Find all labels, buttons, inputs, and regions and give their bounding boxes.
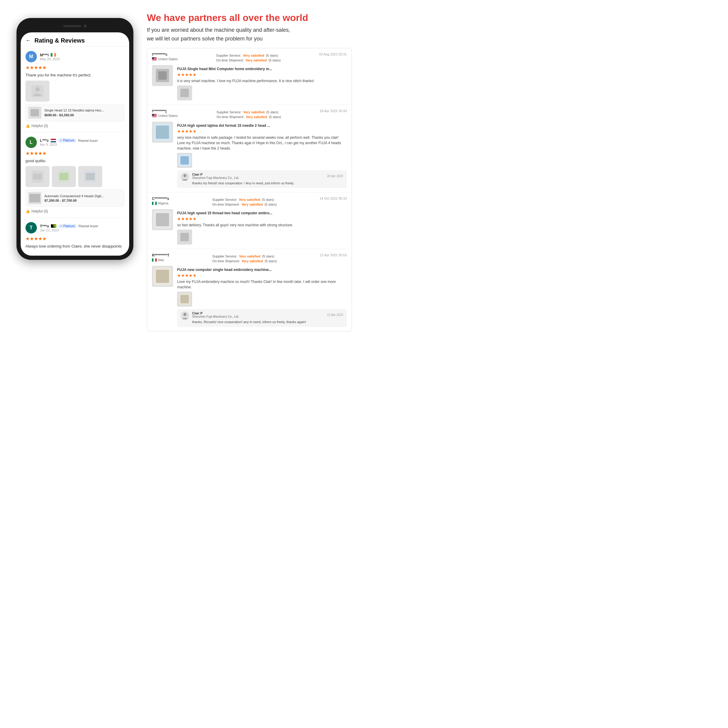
- ali-review-1: l*********c United States Supplier Servi…: [147, 48, 352, 105]
- ali-reply-name-4: Clair P: [192, 311, 239, 315]
- ali-product-title-2: FUJA high speed tajima dst format 15 nee…: [177, 124, 347, 128]
- svg-rect-3: [31, 109, 39, 116]
- reviewer-name-row-3: T***o ✓ Platinum Repeat buyer: [40, 224, 124, 228]
- ontime-label-3: On-time Shipment:: [212, 203, 240, 206]
- ali-review-text-4: Love my FUJA embroidery machine so much!…: [177, 279, 347, 290]
- svg-rect-16: [180, 89, 189, 97]
- product-info-1: Single Head 12 15 Needles tajima Hoo... …: [44, 108, 122, 116]
- ali-review-2: l*********j United States Supplier Servi…: [147, 105, 352, 193]
- ali-small-img-3[interactable]: [177, 229, 192, 245]
- ali-review-body-left-2: FUJA high speed tajima dst format 15 nee…: [177, 122, 347, 188]
- review-photo-2c[interactable]: [78, 166, 102, 187]
- review-card-3: T T***o ✓ Platinum Repeat buyer: [26, 218, 124, 255]
- ali-review-body-left-3: FUJA high speed 15 thread two head compu…: [177, 209, 347, 245]
- ali-reply-section-2: Clair P Shenzhen Fuja Machinery Co., Ltd…: [177, 170, 347, 188]
- ali-supplier-service-3: Supplier Service: Very satisfied (5 star…: [212, 198, 274, 202]
- ali-reply-company-4: Shenzhen Fuja Machinery Co., Ltd.: [192, 315, 239, 318]
- svg-rect-30: [180, 295, 189, 303]
- review-photo-1[interactable]: [26, 81, 49, 102]
- product-image-1: [28, 107, 41, 119]
- ali-review-body-2: FUJA high speed tajima dst format 15 nee…: [152, 122, 347, 188]
- product-card-1[interactable]: Single Head 12 15 Needles tajima Hoo... …: [26, 104, 124, 121]
- ali-small-img-1[interactable]: [177, 86, 192, 100]
- reviewer-name-row-2: L***z ✓ Platinum true Repeat buyer: [40, 138, 124, 143]
- ali-reply-date-4: 12 Apr 2022: [327, 313, 343, 317]
- phone-device: ← Rating & Reviews M M***i May 20, 2023: [17, 18, 133, 260]
- ali-review-3: C*********s Nigeria Supplier Service: Ve…: [147, 193, 352, 249]
- back-arrow-icon[interactable]: ←: [26, 37, 31, 44]
- svg-rect-5: [33, 174, 42, 179]
- flag-jamaica: [51, 224, 57, 228]
- review-card-2: L L***z ✓ Platinum true Repeat buyer: [26, 133, 124, 218]
- check-icon: ✓: [60, 139, 62, 142]
- supplier-service-val-1: Very satisfied: [243, 54, 265, 57]
- ali-supplier-service-2: Supplier Service: Very satisfied (5 star…: [217, 110, 278, 114]
- reviewer-name-row-1: M***i: [40, 53, 124, 57]
- ali-service-row-3: Supplier Service: Very satisfied (5 star…: [212, 198, 277, 202]
- ali-date-4: 12 Apr 2022 20:53: [320, 253, 347, 257]
- ali-product-title-4: FUJA new computer single head embroidery…: [177, 268, 347, 272]
- ali-reviewer-country-4: Italy: [152, 258, 169, 262]
- reviewer-name-2: L***z: [40, 138, 49, 143]
- ali-review-header-3: C*********s Nigeria Supplier Service: Ve…: [152, 197, 347, 207]
- ali-service-block-2: Supplier Service: Very satisfied (5 star…: [217, 109, 281, 120]
- reviewer-name-3: T***o: [40, 224, 49, 228]
- phone-notch: [55, 22, 95, 30]
- ali-product-thumb-1[interactable]: [152, 65, 173, 86]
- ali-service-block-4: Supplier Service: Very satisfied (5 star…: [213, 253, 277, 264]
- review-photo-2a[interactable]: [26, 166, 49, 187]
- ali-stars-3: ★★★★★: [177, 216, 347, 221]
- ali-product-thumb-4[interactable]: [152, 266, 173, 287]
- reviewer-info-1: M M***i May 20, 2023: [26, 51, 124, 62]
- product-card-2[interactable]: Automatic Computerized 4 Heads Digit... …: [26, 190, 124, 207]
- ali-product-title-1: FUJA Single head Mini Computer home embr…: [177, 67, 347, 71]
- ali-product-thumb-3[interactable]: [152, 209, 173, 230]
- helpful-section-2[interactable]: 👍 Helpful (0): [26, 209, 124, 213]
- supplier-service-label-3: Supplier Service:: [212, 198, 237, 202]
- ali-reviewer-name-3: C*********s: [152, 197, 169, 201]
- helpful-section-1[interactable]: 👍 Helpful (0): [26, 124, 124, 128]
- svg-rect-24: [156, 213, 169, 226]
- ali-small-img-4[interactable]: [177, 292, 192, 307]
- review-photo-2b[interactable]: [52, 166, 76, 187]
- stars-1: ★★★★★: [26, 65, 124, 70]
- ali-reply-company-2: Shenzhen Fuja Machinery Co., Ltd.: [192, 176, 239, 179]
- reviewer-info-3: T T***o ✓ Platinum Repeat buyer: [26, 222, 124, 234]
- supplier-service-val-4: Very satisfied: [239, 254, 260, 258]
- phone-speaker: [63, 25, 81, 27]
- product-image-2: [28, 192, 41, 204]
- review-card-1: M M***i May 20, 2023 ★★★★★ Thank you for…: [26, 47, 124, 133]
- ali-small-img-2[interactable]: [177, 153, 192, 168]
- ali-service-row-2: Supplier Service: Very satisfied (5 star…: [217, 110, 281, 114]
- ali-date-2: 28 Apr 2022 20:43: [320, 109, 347, 113]
- ontime-stars-2: (5 stars): [269, 115, 281, 119]
- supplier-service-stars-4: (5 stars): [262, 254, 274, 258]
- ali-ontime-4: On-time Shipment: Very satisfied (5 star…: [213, 259, 277, 263]
- flag-nigeria-3: [152, 202, 157, 205]
- review-text-1: Thank you for the machine it's perfect.: [26, 72, 124, 78]
- country-name-4: Italy: [158, 258, 164, 262]
- ali-service-row-4: Supplier Service: Very satisfied (5 star…: [213, 254, 277, 258]
- country-name-2: United States: [158, 114, 178, 118]
- ali-product-thumb-2[interactable]: [152, 122, 173, 143]
- ontime-val-3: Very satisfied: [242, 203, 263, 206]
- ali-supplier-service-1: Supplier Service: Very satisfied (5 star…: [216, 54, 278, 57]
- supplier-service-stars-1: (5 stars): [266, 54, 278, 57]
- ali-service-row-1: Supplier Service: Very satisfied (5 star…: [216, 54, 280, 57]
- supplier-service-label-1: Supplier Service:: [216, 54, 241, 57]
- ali-review-header-2: l*********j United States Supplier Servi…: [152, 109, 347, 120]
- svg-point-22: [184, 174, 187, 177]
- ali-review-body-left-4: FUJA new computer single head embroidery…: [177, 266, 347, 327]
- ali-service-block-1: Supplier Service: Very satisfied (5 star…: [216, 52, 280, 63]
- flag-italy-4: [152, 258, 157, 262]
- flag-us-1: [152, 57, 157, 61]
- ali-date-1: 03 Aug 2022 02:31: [319, 52, 347, 56]
- ali-reviewer-name-1: l*********c: [152, 52, 178, 57]
- review-images-1: [26, 81, 124, 102]
- ontime-stars-3: (5 stars): [265, 203, 277, 206]
- ali-review-text-2: very nice machine in safe package. I tes…: [177, 135, 347, 151]
- platinum-label-3: Platinum: [63, 225, 75, 228]
- reviewer-name-1: M***i: [40, 53, 49, 57]
- review-date-1: May 20, 2023: [40, 57, 124, 61]
- review-date-2: Apr 9, 2023: [40, 143, 124, 146]
